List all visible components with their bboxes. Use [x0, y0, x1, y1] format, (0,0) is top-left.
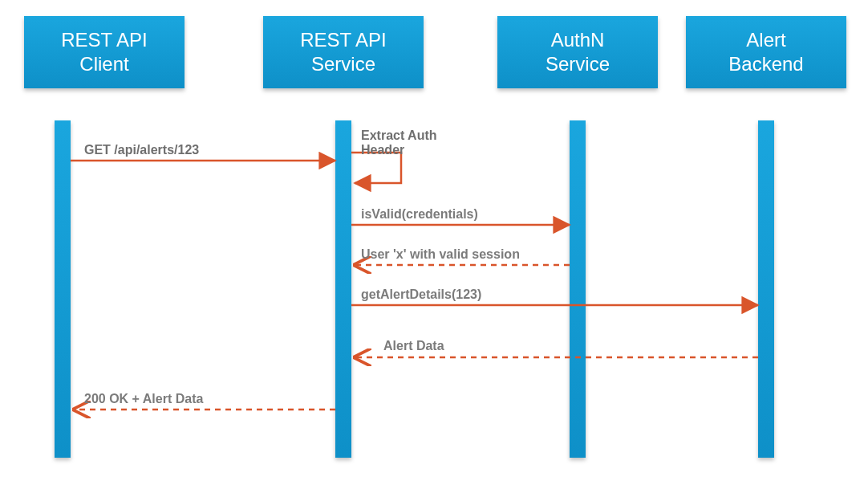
label-get-alert-details: getAlertDetails(123) [361, 287, 481, 302]
label-alert-data: Alert Data [383, 339, 444, 353]
label-200-ok: 200 OK + Alert Data [84, 392, 203, 406]
label-extract-auth: Extract Auth Header [361, 128, 437, 157]
label-isvalid: isValid(credentials) [361, 207, 478, 222]
label-user-valid-session: User 'x' with valid session [361, 247, 520, 262]
sequence-arrows [0, 0, 868, 485]
label-get-request: GET /api/alerts/123 [84, 143, 199, 157]
